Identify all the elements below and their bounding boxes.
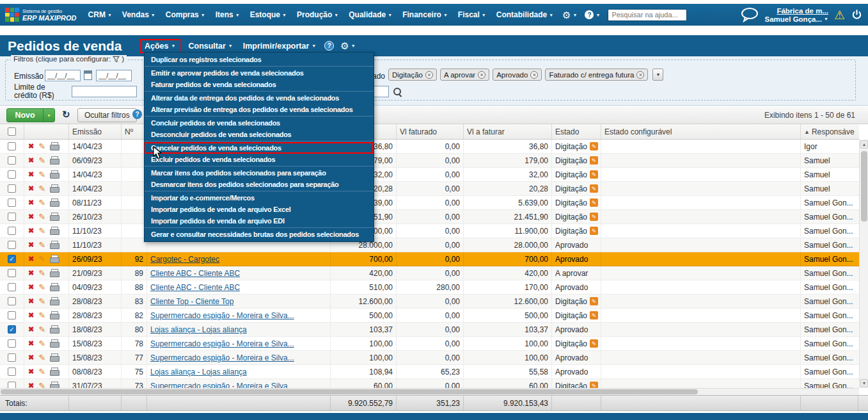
edit-icon[interactable]: ✎ — [38, 339, 45, 348]
delete-icon[interactable]: ✖ — [28, 297, 34, 305]
row-checkbox[interactable] — [8, 198, 16, 207]
estado-edit-icon[interactable]: ✎ — [590, 213, 598, 221]
delete-icon[interactable]: ✖ — [28, 142, 34, 150]
print-icon[interactable] — [50, 297, 59, 305]
table-row[interactable]: ✖✎15/08/2377Supermercado espigão - Morei… — [0, 351, 859, 365]
edit-icon[interactable]: ✎ — [38, 156, 45, 165]
header-vl-a-faturar[interactable]: Vl a faturar — [464, 124, 552, 139]
print-icon[interactable] — [50, 283, 59, 291]
estado-edit-icon[interactable]: ✎ — [590, 142, 598, 150]
client-link[interactable]: Lojas aliança - Lojas aliança — [150, 368, 247, 376]
delete-icon[interactable]: ✖ — [28, 156, 34, 165]
page-settings-button[interactable]: ⚙▼ — [340, 41, 355, 51]
nav-menu-compras[interactable]: Compras▼ — [161, 10, 210, 19]
edit-icon[interactable]: ✎ — [38, 226, 45, 236]
remove-tag-icon[interactable]: × — [478, 71, 485, 79]
print-icon[interactable] — [50, 311, 59, 319]
acoes-menu-button[interactable]: Ações▼ — [139, 39, 180, 53]
delete-icon[interactable]: ✖ — [28, 382, 34, 388]
scroll-down-icon[interactable]: ▼ — [860, 379, 868, 387]
client-link[interactable]: Lojas aliança - Lojas aliança — [150, 325, 247, 334]
estado-edit-icon[interactable]: ✎ — [590, 227, 598, 235]
menu-item-duplicar-os-registros-selecionados[interactable]: Duplicar os registros selecionados — [145, 54, 374, 65]
nav-menu-financeiro[interactable]: Financeiro▼ — [397, 10, 453, 19]
nav-settings-menu[interactable]: ⚙▼ — [558, 10, 581, 20]
edit-icon[interactable]: ✎ — [38, 381, 45, 388]
filters-legend[interactable]: Filtros (clique para configurar: ) — [11, 55, 127, 63]
filter-tag-a-aprovar[interactable]: A aprovar× — [440, 69, 489, 81]
delete-icon[interactable]: ✖ — [28, 170, 34, 179]
delete-icon[interactable]: ✖ — [28, 241, 34, 249]
power-icon[interactable] — [851, 9, 863, 21]
client-link[interactable]: Cliente ABC - Cliente ABC — [150, 283, 240, 292]
nav-menu-producao[interactable]: Produção▼ — [292, 10, 343, 19]
delete-icon[interactable]: ✖ — [28, 339, 34, 348]
edit-icon[interactable]: ✎ — [38, 254, 45, 264]
table-row[interactable]: ✖✎14/04/2320,280,0020,28Digitação✎Samuel — [0, 182, 859, 196]
header-numero[interactable]: Nº — [122, 124, 147, 139]
estado-edit-icon[interactable]: ✎ — [590, 198, 598, 207]
estado-edit-icon[interactable]: ✎ — [590, 184, 598, 193]
edit-icon[interactable]: ✎ — [38, 282, 45, 292]
table-row[interactable]: ✖✎04/09/2388Cliente ABC - Cliente ABC510… — [0, 280, 859, 295]
emissao-date-from-input[interactable] — [45, 70, 81, 81]
row-checkbox[interactable] — [8, 382, 16, 388]
help-search-input[interactable] — [608, 9, 687, 21]
header-estado[interactable]: Estado — [552, 124, 601, 139]
row-checkbox[interactable] — [8, 368, 16, 376]
row-checkbox[interactable] — [8, 227, 16, 235]
client-link[interactable]: Cliente ABC - Cliente ABC — [150, 269, 240, 278]
nav-help-menu[interactable]: ?▼ — [581, 10, 604, 19]
print-icon[interactable] — [50, 353, 59, 362]
table-row[interactable]: ✖✎28/08/2382Supermercado espigão - Morei… — [0, 309, 859, 323]
menu-item-faturar-pedidos-de-venda-selecionados[interactable]: Faturar pedidos de venda selecionados — [145, 79, 374, 90]
table-row[interactable]: ✖✎21/09/2389Cliente ABC - Cliente ABC420… — [0, 266, 859, 280]
nav-menu-estoque[interactable]: Estoque▼ — [245, 10, 292, 19]
nav-menu-contabilidade[interactable]: Contabilidade▼ — [491, 10, 558, 19]
table-row[interactable]: ✖✎15/08/2378Supermercado espigão - Morei… — [0, 337, 859, 351]
nav-menu-qualidade[interactable]: Qualidade▼ — [343, 10, 397, 19]
row-checkbox[interactable] — [8, 241, 16, 249]
delete-icon[interactable]: ✖ — [28, 311, 34, 319]
header-estado-configuravel[interactable]: Estado configurável — [601, 124, 801, 139]
ocultar-filtros-button[interactable]: Ocultar filtros — [77, 108, 137, 122]
edit-icon[interactable]: ✎ — [38, 353, 45, 362]
vertical-scroll-thumb[interactable] — [861, 151, 867, 222]
delete-icon[interactable]: ✖ — [28, 368, 34, 376]
edit-icon[interactable]: ✎ — [38, 311, 45, 320]
edit-icon[interactable]: ✎ — [38, 141, 45, 151]
client-link[interactable]: Supermercado espigão - Moreira e Silva..… — [150, 311, 294, 320]
print-icon[interactable] — [50, 156, 59, 165]
chat-icon[interactable] — [740, 7, 759, 22]
menu-item-gerar-e-consultar-necessidades-brutas-dos-pedidos-selecionados[interactable]: Gerar e consultar necessidades brutas do… — [145, 229, 374, 240]
delete-icon[interactable]: ✖ — [28, 353, 34, 362]
menu-item-importar-pedidos-de-venda-de-arquivo-excel[interactable]: Importar pedidos de venda de arquivo Exc… — [145, 204, 374, 215]
table-row[interactable]: ✖✎31/07/2373Supermercado espigão - Morei… — [0, 379, 859, 388]
filter-tag-faturado-c-entrega-futura[interactable]: Faturado c/ entrega futura× — [545, 69, 648, 81]
row-checkbox[interactable] — [8, 156, 16, 165]
row-checkbox[interactable] — [8, 311, 16, 319]
print-icon[interactable] — [50, 213, 59, 221]
help-icon[interactable]: ? — [132, 109, 142, 119]
imprimir-exportar-menu-button[interactable]: Imprimir/exportar▼ — [238, 42, 321, 51]
novo-button[interactable]: Novo ▼ — [6, 108, 55, 122]
horizontal-scrollbar[interactable] — [0, 388, 859, 395]
table-row[interactable]: ✖✎14/04/2332,000,0032,00Digitação✎Samuel — [0, 168, 859, 182]
delete-icon[interactable]: ✖ — [28, 184, 34, 193]
refresh-icon[interactable]: ↻ — [62, 109, 70, 120]
print-icon[interactable] — [50, 269, 59, 277]
limite-credito-input[interactable] — [72, 86, 137, 97]
consultar-menu-button[interactable]: Consultar▼ — [183, 42, 237, 51]
client-link[interactable]: Supermercado espigão - Moreira e Silva..… — [150, 353, 294, 362]
delete-icon[interactable]: ✖ — [28, 325, 34, 334]
print-icon[interactable] — [50, 227, 59, 235]
table-row[interactable]: ✖✎08/11/235.639,000,005.639,00Digitação✎… — [0, 196, 859, 210]
scroll-up-icon[interactable]: ▲ — [860, 140, 868, 149]
table-row[interactable]: ✖✎06/09/23179,000,00179,00Digitação✎Samu… — [0, 154, 859, 168]
user-menu[interactable]: Samuel Gonça...▼ — [765, 15, 828, 23]
print-icon[interactable] — [50, 368, 59, 376]
menu-item-emitir-e-aprovar-pedidos-de-venda-selecionados[interactable]: Emitir e aprovar pedidos de venda seleci… — [145, 67, 374, 79]
edit-icon[interactable]: ✎ — [38, 296, 45, 306]
select-all-checkbox[interactable] — [8, 127, 16, 136]
header-responsavel[interactable]: ▲Responsáve — [801, 124, 858, 139]
